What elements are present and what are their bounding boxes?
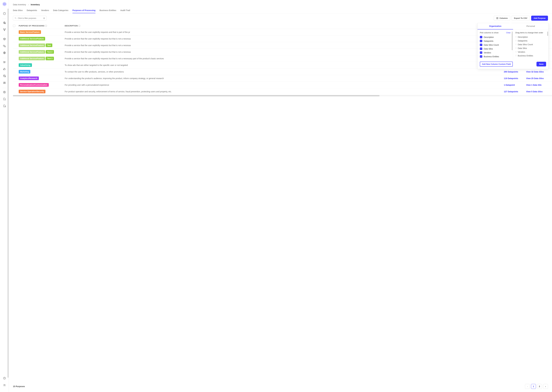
box-icon[interactable] [2, 36, 7, 42]
save-columns-button[interactable]: Save [537, 62, 546, 66]
page-button-2[interactable]: 2 [537, 384, 542, 389]
select-all-checkbox[interactable] [13, 25, 15, 27]
table-row[interactable]: Basic Service/FeatureProvide a service t… [13, 29, 552, 35]
column-checkbox-row[interactable]: ✓Business Entities [480, 55, 511, 58]
table-row[interactable]: Additional Service/FeatureProvide a serv… [13, 35, 552, 42]
thumbs-icon[interactable] [2, 66, 7, 72]
purpose-badge[interactable]: Additional Service/Feature [19, 43, 45, 47]
prev-page-button[interactable]: ‹ [525, 384, 530, 389]
datasilos-link[interactable]: View 25 Data Silos [526, 77, 544, 79]
page-button-1[interactable]: 1 [531, 384, 536, 389]
purpose-badge[interactable]: Additional Service/Feature [19, 50, 45, 54]
globe-settings-icon[interactable] [2, 20, 7, 26]
column-checkbox-row[interactable]: ✓Datapoints [480, 39, 511, 43]
drag-handle-icon[interactable]: ⠿ [515, 40, 516, 42]
drag-handle-icon[interactable]: ⠿ [515, 47, 516, 49]
drag-handle-icon[interactable]: ⠿ [515, 43, 516, 46]
tab-vendors[interactable]: Vendors [41, 8, 49, 13]
table-row[interactable]: Personalization/CustomizationFor providi… [13, 82, 552, 88]
sidebar-scrollbar[interactable] [8, 9, 8, 378]
checkbox-icon[interactable]: ✓ [480, 48, 482, 50]
file-lock-icon[interactable] [2, 103, 7, 109]
purpose-badge[interactable]: Test [46, 43, 52, 47]
column-checkbox-row[interactable]: ✓Data Silos [480, 47, 511, 51]
table-row[interactable]: Additional Service/FeatureTest 2Provide … [13, 49, 552, 55]
add-custom-field-button[interactable]: Add New Column Custom Field [480, 62, 513, 67]
app-logo[interactable] [2, 2, 7, 6]
drag-handle-icon[interactable]: ⠿ [515, 51, 516, 53]
tab-business-entities[interactable]: Business Entities [100, 8, 116, 13]
tab-data-silos[interactable]: Data Silos [13, 8, 23, 13]
datapoints-link[interactable]: 119 Datapoints [504, 77, 518, 79]
table-row[interactable]: AdvertisingTo show ads that are either t… [13, 62, 552, 69]
header-description[interactable]: DESCRIPTIONi [65, 25, 504, 27]
breadcrumb-parent[interactable]: Data Inventory [13, 3, 26, 6]
datasilos-link[interactable]: View 32 Data Silos [526, 71, 544, 73]
table-row[interactable]: Service Operation/SecurityFor product op… [13, 88, 552, 95]
tab-data-categories[interactable]: Data Categories [53, 8, 68, 13]
column-drag-row[interactable]: ⠿Business Entities [515, 54, 546, 57]
table-row[interactable]: MarketingTo contact the user to offer pr… [13, 69, 552, 75]
purpose-badge[interactable]: Test 3 [46, 57, 54, 60]
column-drag-row[interactable]: ⠿Vendors [515, 50, 546, 54]
column-drag-row[interactable]: ⠿Description [515, 35, 546, 39]
datasilos-link[interactable]: View 5 Data Silos [526, 91, 543, 93]
database-icon[interactable] [2, 73, 7, 79]
checkbox-icon[interactable]: ✓ [480, 40, 482, 42]
column-drag-row[interactable]: ⠿Data Silos [515, 46, 546, 50]
boxes-icon[interactable] [2, 43, 7, 49]
purpose-badge[interactable]: Additional Service/Feature [19, 37, 45, 41]
column-checkbox-row[interactable]: ✓Data Silos Count [480, 43, 511, 47]
column-drag-row[interactable]: ⠿Data Silos Count [515, 43, 546, 46]
search-circle-icon[interactable] [2, 89, 7, 95]
columns-button[interactable]: Columns [494, 16, 510, 21]
popover-left-scrollbar[interactable] [512, 32, 513, 50]
id-card-icon[interactable] [2, 80, 7, 86]
settings-list-icon[interactable] [2, 382, 7, 388]
horizontal-scrollbar[interactable] [13, 95, 552, 96]
column-checkbox-row[interactable]: ✓Description [480, 35, 511, 39]
file-search-icon[interactable] [2, 96, 7, 102]
datapoints-link[interactable]: 1 Datapoint [504, 84, 515, 86]
tab-purposes-of-processing[interactable]: Purposes of Processing [73, 8, 95, 13]
info-icon[interactable]: i [78, 25, 80, 27]
table-row[interactable]: Additional Service/FeatureTest 3Provide … [13, 55, 552, 62]
datapoints-link[interactable]: 127 Datapoints [504, 91, 518, 93]
tab-audit-trail[interactable]: Audit Trail [120, 8, 130, 13]
purpose-badge[interactable]: Test 2 [46, 50, 54, 54]
action-items-icon[interactable] [2, 11, 7, 16]
add-purpose-button[interactable]: Add Purpose [531, 16, 548, 21]
tab-datapoints[interactable]: Datapoints [27, 8, 37, 13]
popover-tab-personal[interactable]: Personal [513, 23, 549, 29]
clear-columns-link[interactable]: Clear [506, 32, 511, 34]
checkbox-icon[interactable]: ✓ [480, 36, 482, 38]
people-icon[interactable] [2, 59, 7, 65]
datapoints-link[interactable]: 290 Datapoints [504, 71, 518, 73]
filter-input[interactable] [18, 17, 42, 19]
drag-handle-icon[interactable]: ⠿ [515, 36, 516, 38]
purpose-badge[interactable]: Basic Service/Feature [19, 30, 41, 34]
globe-icon[interactable] [2, 50, 7, 56]
header-purpose[interactable]: PURPOSE OF PROCESSINGi [19, 25, 65, 27]
info-icon[interactable]: i [45, 25, 47, 27]
next-page-button[interactable]: › [543, 384, 548, 389]
drag-handle-icon[interactable]: ⠿ [515, 55, 516, 57]
add-filter-icon[interactable]: ⊕ [43, 17, 45, 20]
datasilos-link[interactable]: View 1 Data Silo [526, 84, 542, 86]
purpose-badge[interactable]: Additional Service/Feature [19, 57, 45, 60]
table-row[interactable]: Analytics/ResearchFor understanding the … [13, 75, 552, 82]
checkbox-icon[interactable]: ✓ [480, 44, 482, 46]
graph-icon[interactable] [2, 27, 7, 33]
refresh-icon[interactable] [2, 375, 7, 381]
table-row[interactable]: Additional Service/FeatureTestProvide a … [13, 42, 552, 49]
column-checkbox-row[interactable]: ✓Vendors [480, 51, 511, 55]
purpose-badge[interactable]: Marketing [19, 70, 30, 73]
filter-input-wrap[interactable]: ⊕ [13, 16, 47, 21]
export-csv-button[interactable]: Export To CSV [512, 16, 530, 21]
purpose-badge[interactable]: Advertising [19, 63, 32, 67]
purpose-badge[interactable]: Analytics/Research [19, 77, 39, 80]
checkbox-icon[interactable]: ✓ [480, 51, 482, 54]
purpose-badge[interactable]: Service Operation/Security [19, 90, 45, 93]
column-drag-row[interactable]: ⠿Datapoints [515, 39, 546, 43]
popover-right-scrollbar[interactable] [547, 32, 548, 36]
